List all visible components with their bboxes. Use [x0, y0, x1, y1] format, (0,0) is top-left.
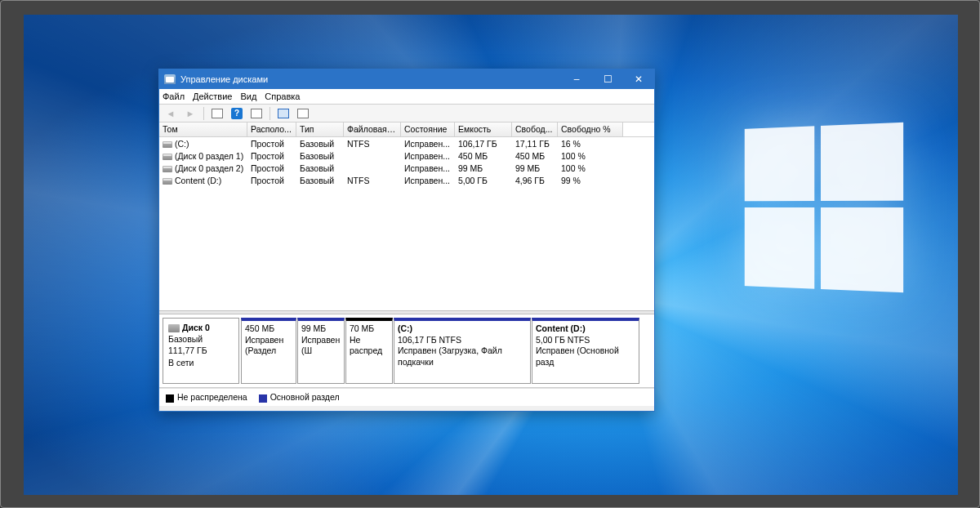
partition-primary[interactable]: 99 МБИсправен (Ш	[297, 318, 345, 384]
disk-size: 111,77 ГБ	[168, 345, 234, 356]
cell: NTFS	[344, 139, 401, 149]
col-layout[interactable]: Располо...	[247, 123, 296, 136]
maximize-button[interactable]: ☐	[592, 69, 623, 89]
cell: 100 %	[558, 163, 623, 173]
cell: NTFS	[344, 176, 401, 185]
properties-button[interactable]	[248, 106, 265, 121]
drive-icon	[163, 166, 172, 172]
menu-action[interactable]: Действие	[193, 91, 232, 101]
cell: 450 МБ	[512, 151, 558, 161]
menu-file[interactable]: Файл	[163, 91, 185, 101]
legend-unallocated: Не распределена	[166, 392, 247, 402]
back-button[interactable]: ◄	[163, 106, 179, 121]
disk-status: В сети	[168, 357, 234, 368]
show-tree-button[interactable]	[209, 106, 225, 121]
col-volume[interactable]: Том	[159, 123, 247, 136]
disk-management-window[interactable]: Управление дисками – ☐ ✕ Файл Действие В…	[158, 69, 655, 412]
app-icon	[164, 74, 176, 84]
cell: (Диск 0 раздел 2)	[159, 163, 247, 173]
cell: Content (D:)	[159, 176, 247, 185]
col-free-pct[interactable]: Свободно %	[558, 123, 623, 136]
column-headers[interactable]: Том Располо... Тип Файловая с... Состоян…	[159, 123, 654, 137]
legend: Не распределена Основной раздел	[159, 388, 654, 406]
cell: 99 МБ	[455, 163, 512, 173]
cell: 450 МБ	[455, 151, 512, 161]
col-capacity[interactable]: Емкость	[455, 123, 512, 136]
cell: Базовый	[296, 151, 344, 161]
windows-logo	[745, 123, 903, 292]
legend-primary: Основной раздел	[259, 392, 340, 402]
cell: 99 МБ	[512, 163, 558, 173]
cell: Базовый	[296, 139, 344, 149]
cell: Исправен...	[401, 139, 455, 149]
volume-row[interactable]: Content (D:)ПростойБазовыйNTFSИсправен..…	[159, 174, 654, 186]
volume-row[interactable]: (C:)ПростойБазовыйNTFSИсправен...106,17 …	[159, 137, 654, 149]
menu-help[interactable]: Справка	[265, 91, 300, 101]
cell: Исправен...	[401, 163, 455, 173]
cell: Исправен...	[401, 151, 455, 161]
toolbar: ◄ ► ?	[159, 105, 654, 123]
partition-unallocated[interactable]: 70 МБНе распред	[345, 318, 393, 384]
toolbar-separator	[270, 107, 270, 120]
drive-icon	[163, 178, 172, 185]
cell: 99 %	[558, 176, 623, 185]
volume-list[interactable]: Том Располо... Тип Файловая с... Состоян…	[159, 123, 654, 310]
col-free[interactable]: Свобод...	[512, 123, 558, 136]
volume-row[interactable]: (Диск 0 раздел 2)ПростойБазовыйИсправен.…	[159, 162, 654, 174]
minimize-button[interactable]: –	[561, 69, 592, 89]
graphical-disk-view[interactable]: Диск 0 Базовый 111,77 ГБ В сети 450 МБИс…	[159, 314, 654, 388]
screenshot-frame: Управление дисками – ☐ ✕ Файл Действие В…	[0, 0, 980, 508]
cell: 100 %	[558, 151, 623, 161]
cell: 17,11 ГБ	[512, 139, 558, 149]
drive-icon	[163, 141, 172, 148]
cell: Простой	[247, 163, 296, 173]
partition-primary[interactable]: (C:)106,17 ГБ NTFSИсправен (Загрузка, Фа…	[394, 318, 531, 384]
disk-type: Базовый	[168, 333, 234, 345]
col-status[interactable]: Состояние	[401, 123, 455, 136]
cell: Простой	[247, 139, 296, 149]
disk-info-label[interactable]: Диск 0 Базовый 111,77 ГБ В сети	[163, 318, 239, 384]
cell: 5,00 ГБ	[455, 176, 512, 185]
cell: Простой	[247, 151, 296, 161]
close-button[interactable]: ✕	[623, 69, 654, 89]
view-mode-button[interactable]	[295, 106, 311, 121]
disk-name: Диск 0	[182, 323, 210, 332]
cell: Базовый	[296, 176, 344, 185]
cell: 16 %	[558, 139, 623, 149]
refresh-button[interactable]	[275, 106, 292, 121]
cell: 106,17 ГБ	[455, 139, 512, 149]
cell: Исправен...	[401, 176, 455, 185]
statusbar	[159, 406, 654, 411]
cell: 4,96 ГБ	[512, 176, 558, 185]
forward-button[interactable]: ►	[182, 106, 198, 121]
toolbar-separator	[203, 107, 204, 120]
cell: Базовый	[296, 163, 344, 173]
disk-icon	[168, 324, 180, 332]
window-title: Управление дисками	[180, 74, 561, 84]
volume-row[interactable]: (Диск 0 раздел 1)ПростойБазовыйИсправен.…	[159, 149, 654, 162]
menubar[interactable]: Файл Действие Вид Справка	[159, 89, 654, 105]
help-button[interactable]: ?	[229, 106, 245, 121]
titlebar[interactable]: Управление дисками – ☐ ✕	[159, 69, 654, 89]
cell: Простой	[247, 176, 296, 185]
drive-icon	[163, 154, 172, 160]
col-type[interactable]: Тип	[296, 123, 344, 136]
menu-view[interactable]: Вид	[240, 91, 256, 101]
desktop-wallpaper: Управление дисками – ☐ ✕ Файл Действие В…	[24, 15, 958, 495]
cell: (C:)	[159, 139, 247, 149]
cell: (Диск 0 раздел 1)	[159, 151, 247, 161]
col-filesystem[interactable]: Файловая с...	[344, 123, 401, 136]
partition-map: 450 МБИсправен (Раздел99 МБИсправен (Ш70…	[241, 318, 651, 384]
partition-primary[interactable]: Content (D:)5,00 ГБ NTFSИсправен (Основн…	[532, 318, 639, 384]
partition-primary[interactable]: 450 МБИсправен (Раздел	[241, 318, 296, 384]
